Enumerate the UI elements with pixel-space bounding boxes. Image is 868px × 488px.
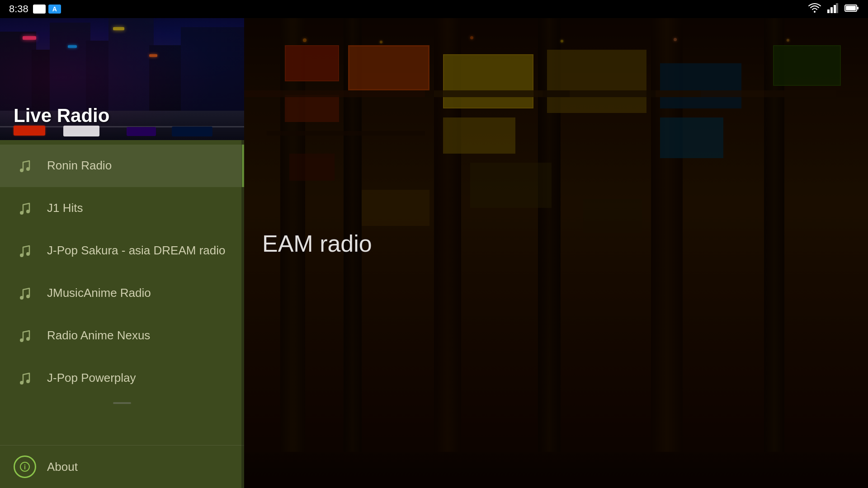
svg-point-14	[26, 210, 30, 213]
station-item[interactable]: Ronin Radio	[0, 145, 244, 187]
svg-point-25	[24, 465, 25, 465]
status-time: 8:38	[9, 3, 28, 15]
svg-rect-5	[830, 7, 833, 13]
music-note-icon	[14, 282, 36, 305]
battery-icon	[844, 4, 859, 14]
svg-point-11	[20, 169, 24, 172]
status-left: 8:38 A	[9, 3, 61, 15]
hero-area: Live Radio	[0, 0, 244, 140]
status-icons: A	[33, 5, 61, 14]
svg-point-19	[20, 338, 24, 342]
music-note-icon	[14, 367, 36, 389]
station-name: J1 Hits	[47, 201, 83, 216]
signal-icon	[827, 3, 838, 15]
svg-point-13	[20, 211, 24, 215]
photo-icon	[33, 5, 46, 14]
about-section[interactable]: About	[0, 445, 244, 488]
music-note-icon	[14, 155, 36, 177]
status-bar: 8:38 A	[0, 0, 868, 18]
svg-point-18	[26, 295, 30, 298]
svg-point-16	[26, 252, 30, 256]
station-name: Radio Anime Nexus	[47, 328, 150, 343]
sidebar: Live Radio Ronin Radio J1 Hits J-Pop Sak…	[0, 0, 244, 488]
station-name: Ronin Radio	[47, 158, 112, 174]
svg-rect-10	[857, 7, 859, 9]
main-bg: EAM radio	[244, 18, 868, 488]
wifi-icon	[808, 3, 821, 15]
about-label: About	[47, 460, 78, 474]
svg-rect-9	[846, 6, 856, 10]
hero-title: Live Radio	[14, 105, 109, 127]
svg-point-22	[26, 380, 30, 383]
station-item[interactable]: J1 Hits	[0, 187, 244, 230]
station-list[interactable]: Ronin Radio J1 Hits J-Pop Sakura - asia …	[0, 140, 244, 445]
svg-rect-2	[38, 6, 41, 7]
station-item[interactable]: Radio Anime Nexus	[0, 314, 244, 357]
music-note-icon	[14, 324, 36, 347]
svg-point-20	[26, 337, 30, 341]
svg-point-12	[26, 167, 30, 171]
station-item[interactable]: J-Pop Sakura - asia DREAM radio	[0, 230, 244, 272]
svg-point-3	[814, 11, 816, 13]
sidebar-divider	[241, 140, 244, 488]
svg-point-17	[20, 296, 24, 300]
main-content: EAM radio	[244, 18, 868, 488]
svg-point-21	[20, 381, 24, 385]
info-circle-icon	[14, 455, 36, 478]
station-name: JMusicAnime Radio	[47, 286, 151, 301]
svg-rect-6	[834, 5, 836, 13]
a-icon: A	[48, 5, 61, 14]
svg-rect-7	[836, 3, 838, 13]
svg-point-1	[38, 8, 40, 10]
status-right	[808, 3, 859, 15]
station-name: J-Pop Powerplay	[47, 371, 136, 386]
svg-point-15	[20, 253, 24, 257]
station-item[interactable]: J-Pop Powerplay	[0, 357, 244, 399]
station-item[interactable]: JMusicAnime Radio	[0, 272, 244, 314]
now-playing-text: EAM radio	[262, 230, 372, 257]
svg-rect-4	[827, 9, 830, 13]
music-note-icon	[14, 239, 36, 262]
now-playing-area: EAM radio	[262, 230, 372, 257]
scroll-indicator	[0, 399, 244, 407]
station-name: J-Pop Sakura - asia DREAM radio	[47, 243, 225, 258]
music-note-icon	[14, 197, 36, 220]
